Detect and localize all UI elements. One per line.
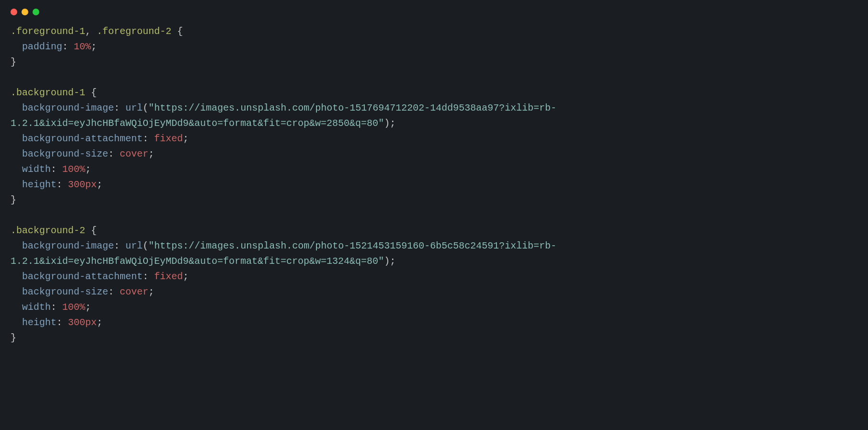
css-value: cover	[120, 286, 148, 297]
css-string: 1.2.1&ixid=eyJhcHBfaWQiOjEyMDd9&auto=for…	[11, 118, 384, 129]
css-property: background-attachment	[22, 271, 143, 282]
code-line: background-image: url("https://images.un…	[11, 101, 857, 116]
css-value: 300px	[68, 179, 97, 190]
css-property: background-attachment	[22, 133, 143, 144]
code-editor[interactable]: .foreground-1, .foreground-2 { padding: …	[0, 19, 868, 356]
code-line: background-size: cover;	[11, 284, 857, 300]
code-line: padding: 10%;	[11, 39, 857, 55]
css-string: "https://images.unsplash.com/photo-15176…	[148, 102, 556, 113]
code-line	[11, 70, 857, 85]
code-line: height: 300px;	[11, 177, 857, 192]
code-line: width: 100%;	[11, 300, 857, 315]
css-selector: .foreground-2	[97, 26, 171, 37]
css-property: width	[22, 164, 51, 175]
code-line: }	[11, 55, 857, 70]
code-line: 1.2.1&ixid=eyJhcHBfaWQiOjEyMDd9&auto=for…	[11, 254, 857, 269]
css-property: background-image	[22, 240, 114, 251]
css-string: "https://images.unsplash.com/photo-15214…	[148, 240, 556, 251]
css-property: background-size	[22, 148, 108, 159]
css-function: url	[125, 102, 143, 113]
css-property: width	[22, 302, 51, 313]
code-line: height: 300px;	[11, 315, 857, 330]
code-line	[11, 208, 857, 223]
code-line: }	[11, 330, 857, 346]
css-property: padding	[22, 41, 62, 52]
code-line: .foreground-1, .foreground-2 {	[11, 24, 857, 39]
css-string: 1.2.1&ixid=eyJhcHBfaWQiOjEyMDd9&auto=for…	[11, 256, 384, 267]
css-value: 100%	[62, 302, 85, 313]
css-property: height	[22, 317, 56, 328]
code-window: .foreground-1, .foreground-2 { padding: …	[0, 0, 868, 430]
css-property: height	[22, 179, 56, 190]
window-titlebar	[0, 0, 868, 19]
code-line: }	[11, 192, 857, 208]
css-value: cover	[120, 148, 148, 159]
css-selector: .background-2	[11, 225, 85, 236]
css-function: url	[125, 240, 143, 251]
code-line: width: 100%;	[11, 162, 857, 177]
minimize-icon[interactable]	[22, 9, 28, 15]
code-line: background-image: url("https://images.un…	[11, 238, 857, 254]
css-value: 300px	[68, 317, 97, 328]
code-line: .background-1 {	[11, 85, 857, 101]
maximize-icon[interactable]	[33, 9, 39, 15]
code-line: .background-2 {	[11, 223, 857, 238]
css-property: background-image	[22, 102, 114, 113]
close-icon[interactable]	[11, 9, 17, 15]
css-selector: .foreground-1	[11, 26, 85, 37]
code-line: background-attachment: fixed;	[11, 131, 857, 147]
css-selector: .background-1	[11, 87, 85, 98]
code-line: background-attachment: fixed;	[11, 269, 857, 284]
code-line: background-size: cover;	[11, 147, 857, 162]
css-value: 10%	[74, 41, 91, 52]
code-line: 1.2.1&ixid=eyJhcHBfaWQiOjEyMDd9&auto=for…	[11, 116, 857, 131]
css-value: fixed	[154, 271, 183, 282]
css-value: fixed	[154, 133, 183, 144]
css-value: 100%	[62, 164, 85, 175]
css-property: background-size	[22, 286, 108, 297]
